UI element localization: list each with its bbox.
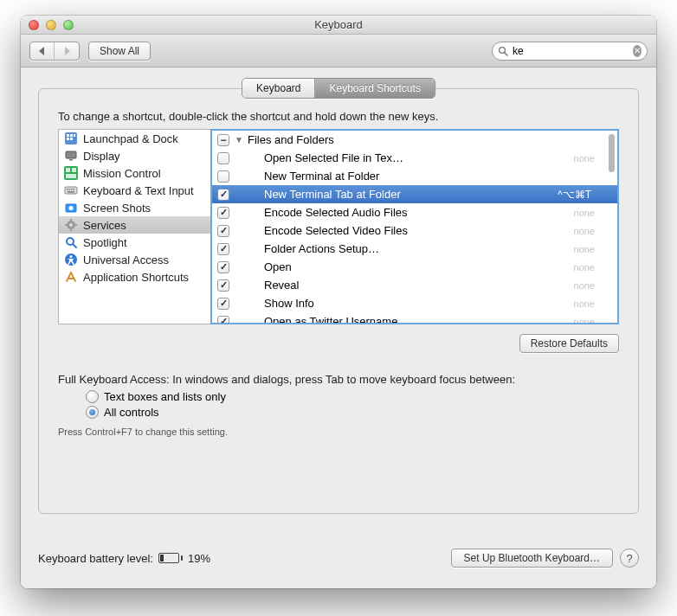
sidebar-item-launchpad[interactable]: Launchpad & Dock: [59, 130, 210, 147]
scrollbar-thumb[interactable]: [609, 134, 615, 172]
shortcut-none: none: [574, 208, 595, 218]
shortcut-none: none: [574, 317, 595, 325]
fka-label: Full Keyboard Access: In windows and dia…: [58, 373, 515, 386]
shortcut-checkbox[interactable]: [217, 298, 229, 310]
shortcuts-list[interactable]: ▼Files and FoldersOpen Selected File in …: [210, 129, 619, 324]
shortcut-row[interactable]: Open Selected File in Tex…none: [212, 149, 617, 167]
back-button[interactable]: [30, 42, 55, 60]
category-sidebar[interactable]: Launchpad & DockDisplayMission ControlKe…: [58, 129, 210, 324]
svg-rect-16: [69, 189, 71, 190]
shortcut-checkbox[interactable]: [217, 189, 229, 201]
radio-all-controls[interactable]: All controls: [86, 406, 226, 419]
keyboard-icon: [64, 183, 78, 197]
shortcut-row[interactable]: New Terminal Tab at Folder^⌥⌘T: [212, 185, 617, 203]
shortcut-label: Encode Selected Audio Files: [264, 206, 569, 219]
fka-hint: Press Control+F7 to change this setting.: [58, 427, 228, 437]
shortcut-checkbox[interactable]: [217, 207, 229, 219]
forward-button[interactable]: [55, 42, 79, 60]
shortcut-checkbox[interactable]: [217, 316, 229, 325]
shortcut-label: Open Selected File in Tex…: [264, 151, 569, 164]
sidebar-item-label: Display: [83, 150, 120, 163]
app-icon: [64, 270, 78, 284]
zoom-button[interactable]: [63, 20, 74, 30]
launchpad-icon: [64, 132, 78, 145]
shortcut-row[interactable]: Opennone: [212, 258, 617, 276]
shortcut-row[interactable]: New Terminal at Folder: [212, 167, 617, 185]
sidebar-item-screenshot[interactable]: Screen Shots: [59, 199, 210, 216]
svg-rect-6: [67, 138, 69, 140]
svg-rect-14: [65, 187, 77, 194]
shortcut-row[interactable]: Encode Selected Audio Filesnone: [212, 203, 617, 221]
shortcut-label: Encode Selected Video Files: [264, 224, 569, 237]
sidebar-item-label: Launchpad & Dock: [83, 132, 178, 145]
svg-rect-5: [74, 134, 75, 137]
battery-label: Keyboard battery level: 19%: [38, 552, 210, 565]
shortcut-checkbox[interactable]: [217, 243, 229, 255]
shortcut-row[interactable]: Folder Actions Setup…none: [212, 240, 617, 258]
shortcut-none: none: [574, 226, 595, 236]
sidebar-item-keyboard[interactable]: Keyboard & Text Input: [59, 182, 210, 199]
shortcut-label: New Terminal Tab at Folder: [264, 188, 552, 201]
svg-line-1: [505, 52, 507, 55]
svg-rect-11: [66, 168, 70, 172]
shortcut-label: Open as Twitter Username: [264, 315, 569, 324]
sidebar-item-app[interactable]: Application Shortcuts: [59, 268, 210, 286]
battery-icon: [158, 553, 183, 563]
search-input[interactable]: [513, 45, 629, 57]
group-checkbox[interactable]: [217, 134, 229, 146]
shortcut-checkbox[interactable]: [217, 261, 229, 273]
preferences-window: Keyboard Show All ✕ Keyboard Keyboard Sh…: [21, 16, 656, 588]
shortcut-keys: ^⌥⌘T: [558, 189, 591, 201]
spotlight-icon: [64, 235, 78, 249]
setup-bluetooth-button[interactable]: Set Up Bluetooth Keyboard…: [451, 549, 613, 568]
sidebar-item-access[interactable]: Universal Access: [59, 251, 210, 268]
svg-rect-19: [68, 191, 74, 193]
restore-defaults-button[interactable]: Restore Defaults: [519, 334, 619, 353]
show-all-button[interactable]: Show All: [88, 42, 151, 61]
shortcut-none: none: [574, 262, 595, 273]
sidebar-item-spotlight[interactable]: Spotlight: [59, 234, 210, 251]
svg-line-29: [73, 244, 76, 247]
shortcut-checkbox[interactable]: [217, 170, 229, 183]
svg-point-21: [69, 206, 74, 210]
tab-keyboard-shortcuts[interactable]: Keyboard Shortcuts: [315, 79, 434, 98]
shortcut-row[interactable]: Revealnone: [212, 276, 617, 294]
sidebar-item-gear[interactable]: Services: [59, 216, 210, 234]
clear-search-button[interactable]: ✕: [633, 45, 642, 57]
shortcut-checkbox[interactable]: [217, 152, 229, 164]
search-field[interactable]: ✕: [492, 42, 648, 61]
shortcut-none: none: [574, 280, 595, 291]
sidebar-item-display[interactable]: Display: [59, 147, 210, 164]
shortcut-label: New Terminal at Folder: [264, 170, 617, 183]
nav-segmented: [29, 42, 80, 61]
disclosure-triangle-icon[interactable]: ▼: [235, 135, 242, 144]
radio-text-boxes-only[interactable]: Text boxes and lists only: [86, 390, 226, 403]
svg-rect-9: [69, 159, 73, 161]
close-button[interactable]: [29, 20, 39, 30]
tabs: Keyboard Keyboard Shortcuts: [242, 78, 435, 99]
shortcut-label: Show Info: [264, 297, 569, 310]
shortcut-label: Open: [264, 260, 569, 273]
shortcut-checkbox[interactable]: [217, 225, 229, 237]
shortcut-none: none: [574, 153, 595, 164]
gear-icon: [64, 218, 78, 232]
shortcut-checkbox[interactable]: [217, 279, 229, 292]
access-icon: [64, 253, 78, 266]
minimize-button[interactable]: [46, 20, 56, 30]
shortcut-row[interactable]: Open as Twitter Usernamenone: [212, 312, 617, 324]
sidebar-item-mission[interactable]: Mission Control: [59, 164, 210, 182]
shortcut-label: Reveal: [264, 279, 569, 292]
shortcut-none: none: [574, 298, 595, 309]
shortcut-group-header[interactable]: ▼Files and Folders: [212, 131, 617, 149]
tab-keyboard[interactable]: Keyboard: [242, 79, 315, 98]
svg-rect-3: [67, 134, 69, 137]
display-icon: [64, 149, 78, 163]
help-button[interactable]: ?: [620, 549, 639, 568]
svg-rect-17: [71, 189, 73, 190]
shortcut-row[interactable]: Show Infonone: [212, 294, 617, 312]
titlebar: Keyboard: [21, 16, 656, 35]
mission-icon: [64, 166, 78, 180]
svg-rect-12: [72, 168, 76, 172]
shortcut-row[interactable]: Encode Selected Video Filesnone: [212, 221, 617, 240]
svg-rect-13: [66, 174, 76, 178]
